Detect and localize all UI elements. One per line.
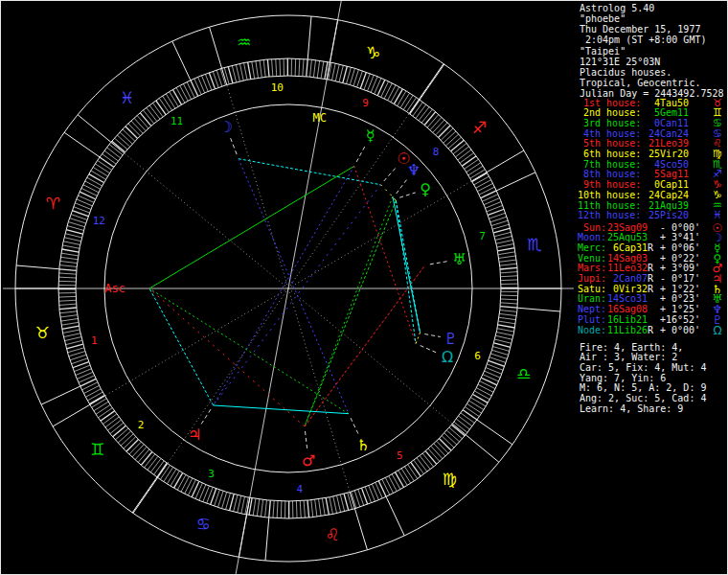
- house-row-value: 0Cap11: [648, 180, 689, 190]
- planet-row-label: Sun:: [572, 223, 606, 233]
- degree-tick: [60, 319, 78, 322]
- wheel-planet-node: Ω: [442, 348, 453, 366]
- degree-tick: [401, 469, 411, 483]
- degree-tick: [96, 404, 110, 414]
- planet-row-offset: + 1°25': [660, 305, 704, 314]
- degree-tick: [396, 472, 404, 488]
- degree-tick: [332, 63, 336, 80]
- house-row-label: 6th house:: [578, 150, 641, 159]
- degree-tick: [425, 451, 437, 465]
- degree-tick: [436, 123, 447, 135]
- wheel-sign-sagittarius: ♐: [472, 118, 487, 137]
- degree-tick: [152, 103, 163, 117]
- degree-tick: [480, 381, 495, 389]
- sign-boundary-line: [307, 16, 311, 59]
- degree-tick: [106, 148, 120, 158]
- degree-tick: [65, 340, 81, 344]
- planet-row-label: Satu:: [572, 285, 606, 294]
- degree-tick: [59, 273, 77, 274]
- degree-tick: [479, 187, 494, 195]
- degree-tick: [69, 352, 85, 356]
- degree-tick: [319, 499, 322, 517]
- sign-boundary-line: [16, 265, 59, 269]
- planet-pointer-line: [306, 431, 307, 450]
- degree-tick: [85, 181, 101, 189]
- degree-tick: [105, 417, 119, 427]
- degree-tick: [230, 494, 235, 511]
- degree-tick: [473, 394, 489, 402]
- degree-tick: [85, 389, 101, 397]
- zodiac-sign-icon: ♓: [708, 211, 727, 220]
- house-row-label: 1st house:: [578, 99, 641, 108]
- planet-row-offset: +16°52': [660, 315, 704, 325]
- aspect-line-conjunct: [380, 185, 393, 197]
- degree-tick: [456, 147, 469, 157]
- house-number: 1: [91, 334, 98, 347]
- degree-tick: [461, 413, 475, 424]
- degree-tick: [98, 160, 112, 170]
- planet-icon: ♄: [708, 285, 727, 294]
- degree-tick: [222, 492, 227, 508]
- house-row-label: 3rd house:: [578, 119, 641, 128]
- degree-tick: [198, 77, 205, 93]
- wheel-sign-pisces: ♓: [120, 88, 134, 107]
- degree-tick: [394, 89, 402, 104]
- degree-tick: [183, 83, 191, 99]
- degree-tick: [427, 114, 439, 127]
- degree-tick: [398, 471, 407, 485]
- degree-tick: [499, 313, 516, 315]
- degree-tick: [224, 67, 229, 83]
- degree-tick: [498, 321, 515, 324]
- degree-tick: [61, 253, 79, 256]
- planet-row-value: 0Vir32: [607, 285, 648, 294]
- degree-tick: [177, 474, 186, 490]
- header-line: Julian Day = 2443492.7528: [580, 89, 724, 99]
- degree-tick: [416, 104, 426, 118]
- degree-tick: [166, 94, 175, 108]
- degree-tick: [465, 159, 479, 169]
- angle-label-asc: Asc: [104, 282, 125, 295]
- degree-tick: [58, 277, 76, 278]
- degree-tick: [124, 437, 136, 449]
- house-number: 5: [397, 449, 403, 462]
- zodiac-sign-icon: ♊: [708, 108, 727, 118]
- degree-tick: [420, 456, 430, 470]
- degree-tick: [296, 501, 297, 518]
- degree-tick: [59, 308, 77, 310]
- aspect-line-sextile: [149, 288, 214, 405]
- degree-tick: [339, 65, 343, 81]
- degree-tick: [248, 62, 251, 80]
- degree-tick: [185, 478, 193, 494]
- zodiac-sign-icon: ♏: [708, 160, 727, 170]
- degree-tick: [137, 115, 148, 128]
- degree-tick: [263, 59, 265, 77]
- degree-tick: [128, 124, 141, 136]
- aspect-line-trine: [149, 166, 354, 288]
- header-line: Tropical, Geocentric.: [580, 79, 700, 88]
- house-number: 3: [208, 468, 215, 480]
- degree-tick: [304, 500, 305, 518]
- degree-tick: [403, 95, 413, 109]
- wheel-sign-scorpio: ♏: [527, 235, 541, 254]
- degree-tick: [171, 472, 179, 486]
- degree-tick: [150, 459, 161, 472]
- degree-tick: [244, 63, 247, 80]
- degree-tick: [388, 85, 396, 101]
- planet-icon: ♆: [708, 305, 727, 314]
- planet-icon: ♃: [708, 274, 727, 284]
- wheel-sign-virgo: ♍: [443, 470, 457, 489]
- degree-tick: [131, 121, 143, 133]
- planet-row-value: 14Sag03: [607, 254, 648, 264]
- wheel-planet-uran: ♅: [452, 250, 466, 268]
- stats-line: M: 6, N: 5, A: 2, D: 9: [580, 383, 706, 393]
- degree-tick: [344, 494, 349, 510]
- degree-tick: [449, 427, 463, 439]
- aspect-line-sextile: [393, 196, 421, 333]
- degree-tick: [63, 330, 80, 333]
- degree-tick: [375, 78, 381, 93]
- degree-tick: [326, 498, 329, 516]
- degree-tick: [58, 281, 76, 282]
- sign-boundary-line: [420, 64, 444, 100]
- planet-icon: ♇: [708, 315, 727, 325]
- degree-tick: [277, 501, 278, 518]
